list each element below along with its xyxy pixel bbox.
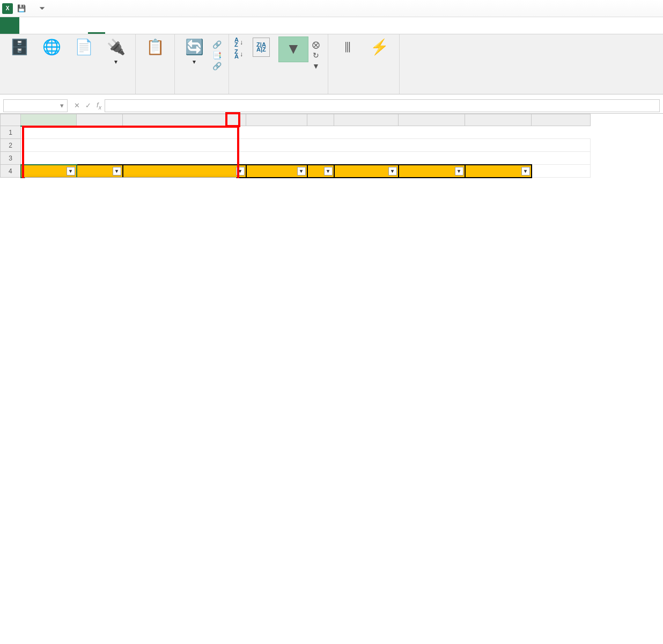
btn-flash-fill[interactable]: ⚡ (365, 36, 395, 59)
column-headers (1, 114, 591, 126)
properties-icon: 📑 (212, 51, 221, 60)
connections-icon: 🔗 (212, 40, 221, 49)
spreadsheet[interactable]: 1 2 3 4 ▾ ▾ ▾ ▾ ▾ ▾ ▾ ▾ A↓ Z↓ ▸ ⨂ ▸ ▸ 🔍 (0, 114, 663, 178)
col-H[interactable] (465, 114, 532, 126)
header-C[interactable]: ▾ (123, 165, 246, 178)
btn-clear-filter[interactable]: ⨂ (311, 40, 323, 49)
filter-drop-A[interactable]: ▾ (67, 167, 75, 175)
title-bar: X 💾 ⏷ (0, 0, 663, 17)
col-G[interactable] (399, 114, 465, 126)
btn-reapply[interactable]: ↻ (311, 50, 323, 60)
tab-view[interactable] (122, 17, 139, 34)
edit-links-icon: 🔗 (212, 62, 221, 70)
tab-home[interactable] (19, 17, 36, 34)
access-db-icon: 🗄️ (10, 38, 29, 57)
group-sort-filter-label (233, 92, 323, 93)
reapply-icon: ↻ (312, 51, 320, 60)
clear-filter-icon: ⨂ (312, 40, 320, 49)
sort-desc-icon: ZA (234, 49, 239, 59)
sheet-title[interactable] (21, 126, 591, 139)
tab-data[interactable] (88, 17, 105, 34)
col-D[interactable] (246, 114, 307, 126)
btn-advanced-filter[interactable]: ▼ (311, 61, 323, 71)
fb-cancel-icon[interactable]: ✕ (74, 101, 80, 109)
existing-conn-icon: 📋 (146, 38, 165, 57)
btn-from-web[interactable]: 🌐 (36, 36, 67, 59)
formula-bar: ▾ ✕ ✓ fx (0, 98, 663, 114)
header-F[interactable]: ▾ (334, 165, 399, 178)
ribbon-tabs (0, 17, 663, 34)
header-A[interactable]: ▾ (21, 165, 77, 178)
formula-input[interactable] (105, 99, 660, 112)
header-H[interactable]: ▾ (465, 165, 532, 178)
header-B[interactable]: ▾ (77, 165, 123, 178)
tab-file[interactable] (0, 17, 19, 34)
filter-funnel-icon: ▼ (286, 39, 301, 58)
filter-panel: A↓ Z↓ ▸ ⨂ ▸ ▸ 🔍 ⋰ (25, 177, 237, 178)
btn-existing-connections[interactable]: 📋 (140, 36, 170, 59)
text-to-columns-icon: ⫴ (344, 38, 351, 57)
col-C[interactable] (123, 114, 246, 126)
group-external-label (4, 92, 131, 93)
btn-properties[interactable]: 📑 (211, 50, 224, 60)
group-connections-label (179, 92, 224, 93)
btn-sort-asc[interactable]: AZ↓ (234, 38, 243, 47)
text-file-icon: 📄 (75, 38, 93, 57)
col-A[interactable] (21, 114, 77, 126)
filter-drop-H[interactable]: ▾ (521, 167, 530, 175)
other-sources-icon: 🔌 (107, 38, 126, 57)
header-D[interactable]: ▾ (246, 165, 307, 178)
advanced-filter-icon: ▼ (312, 62, 320, 70)
col-F[interactable] (334, 114, 399, 126)
flash-fill-icon: ⚡ (370, 38, 389, 57)
btn-from-other[interactable]: 🔌 ▾ (101, 36, 131, 67)
header-G[interactable]: ▾ (399, 165, 465, 178)
web-icon: 🌐 (42, 38, 61, 57)
filter-drop-F[interactable]: ▾ (388, 167, 397, 175)
btn-from-text[interactable]: 📄 (69, 36, 99, 59)
fb-fx-icon[interactable]: fx (97, 101, 101, 111)
tab-formulas[interactable] (71, 17, 88, 34)
sort-box-icon: Z|AA|Z (253, 38, 270, 57)
btn-connections[interactable]: 🔗 (211, 40, 224, 49)
filter-drop-E[interactable]: ▾ (324, 167, 333, 175)
refresh-icon: 🔄 (185, 38, 204, 57)
qat-customize-icon[interactable]: ⏷ (39, 4, 46, 12)
btn-sort[interactable]: Z|AA|Z (246, 36, 276, 59)
header-E[interactable]: ▾ (307, 165, 334, 178)
btn-text-to-columns[interactable]: ⫴ (333, 36, 363, 59)
filter-drop-B[interactable]: ▾ (113, 167, 121, 175)
fb-enter-icon[interactable]: ✓ (85, 101, 91, 109)
btn-refresh-all[interactable]: 🔄 ▾ (179, 36, 209, 67)
sort-asc-icon: AZ (234, 38, 239, 47)
tab-review[interactable] (105, 17, 122, 34)
excel-icon: X (2, 3, 13, 14)
quick-access-toolbar: 💾 ⏷ (17, 4, 46, 12)
btn-sort-desc[interactable]: ZA↓ (234, 49, 243, 59)
filter-drop-G[interactable]: ▾ (455, 167, 463, 175)
filter-drop-C[interactable]: ▾ (236, 167, 245, 175)
tab-page-layout[interactable] (54, 17, 71, 34)
btn-filter[interactable]: ▼ (278, 36, 308, 62)
name-box[interactable]: ▾ (3, 99, 68, 112)
btn-from-access[interactable]: 🗄️ (4, 36, 34, 59)
ribbon: 🗄️ 🌐 📄 🔌 ▾ 📋 🔄 ▾ 🔗 📑 🔗 AZ↓ ZA↓ (0, 34, 663, 94)
btn-edit-links[interactable]: 🔗 (211, 61, 224, 71)
filter-drop-D[interactable]: ▾ (297, 167, 306, 175)
tab-insert[interactable] (36, 17, 54, 34)
qat-save-icon[interactable]: 💾 (17, 4, 26, 12)
col-E[interactable] (307, 114, 334, 126)
col-I[interactable] (532, 114, 591, 126)
col-B[interactable] (77, 114, 123, 126)
